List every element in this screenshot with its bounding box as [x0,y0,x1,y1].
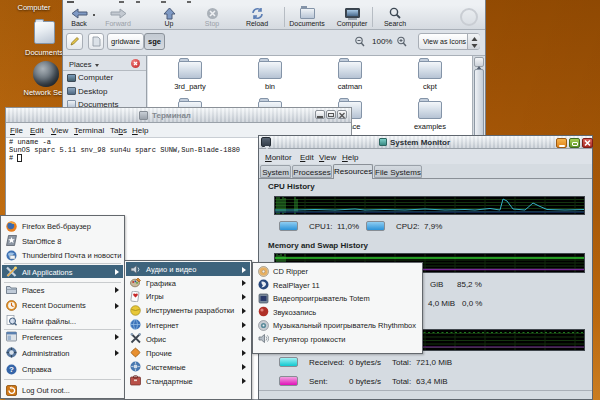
svg-text:?: ? [9,365,14,374]
